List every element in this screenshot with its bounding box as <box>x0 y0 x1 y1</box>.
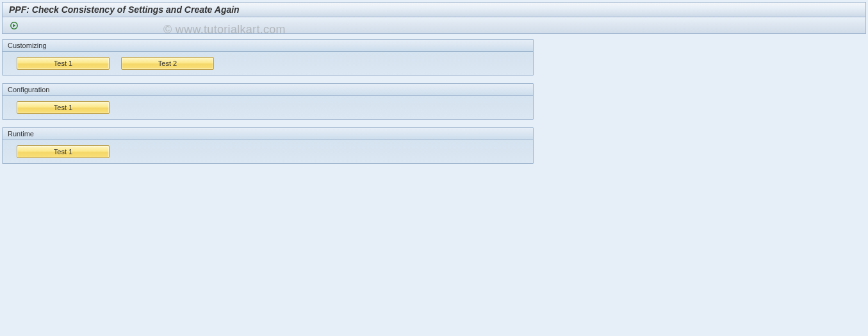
test1-button[interactable]: Test 1 <box>17 57 110 70</box>
group-body: Test 1 Test 2 <box>3 52 533 75</box>
button-label: Test 1 <box>54 104 72 111</box>
title-bar: PPF: Check Consistency of Settings and C… <box>2 2 866 17</box>
group-customizing: Customizing Test 1 Test 2 <box>2 39 534 76</box>
execute-icon[interactable] <box>9 20 19 31</box>
content-area: Customizing Test 1 Test 2 Configuration … <box>0 34 868 166</box>
group-title-customizing: Customizing <box>3 40 533 52</box>
test1-button[interactable]: Test 1 <box>17 101 110 114</box>
test1-button[interactable]: Test 1 <box>17 145 110 158</box>
group-configuration: Configuration Test 1 <box>2 83 534 120</box>
group-runtime: Runtime Test 1 <box>2 127 534 164</box>
application-toolbar <box>2 17 866 34</box>
group-body: Test 1 <box>3 140 533 163</box>
group-body: Test 1 <box>3 96 533 119</box>
button-label: Test 1 <box>54 148 72 156</box>
button-label: Test 1 <box>54 60 72 67</box>
button-label: Test 2 <box>158 60 177 67</box>
page-title: PPF: Check Consistency of Settings and C… <box>9 4 240 15</box>
group-title-configuration: Configuration <box>3 84 533 96</box>
group-title-runtime: Runtime <box>3 128 533 140</box>
test2-button[interactable]: Test 2 <box>121 57 214 70</box>
